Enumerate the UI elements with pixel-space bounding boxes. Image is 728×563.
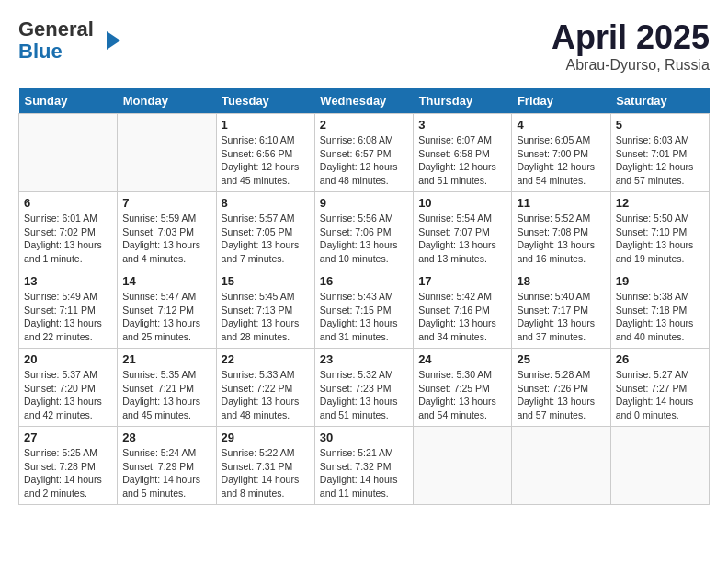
- week-row-2: 6Sunrise: 6:01 AM Sunset: 7:02 PM Daylig…: [19, 192, 710, 270]
- main-title: April 2025: [552, 18, 710, 57]
- calendar-cell: 24Sunrise: 5:30 AM Sunset: 7:25 PM Dayli…: [414, 349, 512, 427]
- day-number: 2: [320, 118, 408, 132]
- day-number: 14: [122, 274, 210, 288]
- calendar-cell: 7Sunrise: 5:59 AM Sunset: 7:03 PM Daylig…: [118, 192, 216, 270]
- calendar-cell: 29Sunrise: 5:22 AM Sunset: 7:31 PM Dayli…: [216, 427, 314, 505]
- calendar-cell: 22Sunrise: 5:33 AM Sunset: 7:22 PM Dayli…: [216, 349, 314, 427]
- day-number: 1: [222, 118, 310, 132]
- calendar-cell: [512, 427, 610, 505]
- calendar-cell: 20Sunrise: 5:37 AM Sunset: 7:20 PM Dayli…: [19, 349, 118, 427]
- day-number: 9: [320, 196, 408, 210]
- weekday-header-friday: Friday: [512, 88, 610, 114]
- calendar-cell: 12Sunrise: 5:50 AM Sunset: 7:10 PM Dayli…: [610, 192, 709, 270]
- calendar-cell: 3Sunrise: 6:07 AM Sunset: 6:58 PM Daylig…: [414, 114, 512, 192]
- day-number: 23: [320, 352, 408, 366]
- day-info: Sunrise: 5:59 AM Sunset: 7:03 PM Dayligh…: [122, 212, 210, 266]
- calendar-cell: 17Sunrise: 5:42 AM Sunset: 7:16 PM Dayli…: [414, 270, 512, 349]
- svg-marker-0: [107, 31, 120, 50]
- week-row-3: 13Sunrise: 5:49 AM Sunset: 7:11 PM Dayli…: [19, 270, 710, 349]
- week-row-5: 27Sunrise: 5:25 AM Sunset: 7:28 PM Dayli…: [19, 427, 710, 505]
- calendar-cell: 11Sunrise: 5:52 AM Sunset: 7:08 PM Dayli…: [512, 192, 610, 270]
- page-header: General Blue April 2025 Abrau-Dyurso, Ru…: [18, 18, 710, 74]
- calendar-cell: 13Sunrise: 5:49 AM Sunset: 7:11 PM Dayli…: [19, 270, 118, 349]
- calendar-cell: 10Sunrise: 5:54 AM Sunset: 7:07 PM Dayli…: [414, 192, 512, 270]
- logo-general: General: [18, 18, 94, 40]
- calendar-cell: 15Sunrise: 5:45 AM Sunset: 7:13 PM Dayli…: [216, 270, 314, 349]
- day-number: 10: [418, 196, 506, 210]
- day-info: Sunrise: 5:35 AM Sunset: 7:21 PM Dayligh…: [122, 368, 210, 422]
- day-info: Sunrise: 5:28 AM Sunset: 7:26 PM Dayligh…: [517, 368, 605, 422]
- day-info: Sunrise: 5:22 AM Sunset: 7:31 PM Dayligh…: [222, 446, 310, 500]
- calendar-cell: 6Sunrise: 6:01 AM Sunset: 7:02 PM Daylig…: [19, 192, 118, 270]
- logo: General Blue: [18, 18, 125, 63]
- day-info: Sunrise: 5:43 AM Sunset: 7:15 PM Dayligh…: [320, 290, 408, 344]
- calendar-cell: 19Sunrise: 5:38 AM Sunset: 7:18 PM Dayli…: [610, 270, 709, 349]
- day-info: Sunrise: 6:03 AM Sunset: 7:01 PM Dayligh…: [616, 133, 704, 188]
- title-block: April 2025 Abrau-Dyurso, Russia: [552, 18, 710, 74]
- day-info: Sunrise: 5:56 AM Sunset: 7:06 PM Dayligh…: [320, 212, 408, 266]
- calendar-cell: [19, 114, 118, 192]
- day-info: Sunrise: 5:52 AM Sunset: 7:08 PM Dayligh…: [517, 212, 605, 266]
- day-number: 5: [616, 118, 704, 132]
- day-number: 30: [320, 431, 408, 444]
- day-number: 3: [418, 118, 506, 132]
- calendar-cell: 16Sunrise: 5:43 AM Sunset: 7:15 PM Dayli…: [314, 270, 413, 349]
- day-number: 19: [616, 274, 704, 288]
- subtitle: Abrau-Dyurso, Russia: [552, 57, 710, 74]
- day-info: Sunrise: 6:08 AM Sunset: 6:57 PM Dayligh…: [320, 133, 408, 188]
- week-row-4: 20Sunrise: 5:37 AM Sunset: 7:20 PM Dayli…: [19, 349, 710, 427]
- week-row-1: 1Sunrise: 6:10 AM Sunset: 6:56 PM Daylig…: [19, 114, 710, 192]
- day-number: 4: [517, 118, 605, 132]
- day-info: Sunrise: 5:40 AM Sunset: 7:17 PM Dayligh…: [517, 290, 605, 344]
- calendar-table: SundayMondayTuesdayWednesdayThursdayFrid…: [18, 88, 710, 505]
- day-info: Sunrise: 5:24 AM Sunset: 7:29 PM Dayligh…: [122, 446, 210, 500]
- day-info: Sunrise: 6:05 AM Sunset: 7:00 PM Dayligh…: [517, 133, 605, 188]
- calendar-cell: [118, 114, 216, 192]
- day-info: Sunrise: 5:27 AM Sunset: 7:27 PM Dayligh…: [616, 368, 704, 422]
- logo-text: General Blue: [18, 18, 94, 63]
- weekday-header-sunday: Sunday: [19, 88, 118, 114]
- weekday-header-saturday: Saturday: [610, 88, 709, 114]
- day-info: Sunrise: 5:45 AM Sunset: 7:13 PM Dayligh…: [222, 290, 310, 344]
- calendar-cell: 4Sunrise: 6:05 AM Sunset: 7:00 PM Daylig…: [512, 114, 610, 192]
- calendar-cell: 2Sunrise: 6:08 AM Sunset: 6:57 PM Daylig…: [314, 114, 413, 192]
- day-number: 20: [24, 352, 112, 366]
- weekday-header-monday: Monday: [118, 88, 216, 114]
- weekday-header-thursday: Thursday: [414, 88, 512, 114]
- logo-icon: [97, 27, 125, 54]
- calendar-cell: 5Sunrise: 6:03 AM Sunset: 7:01 PM Daylig…: [610, 114, 709, 192]
- day-info: Sunrise: 5:47 AM Sunset: 7:12 PM Dayligh…: [122, 290, 210, 344]
- day-number: 8: [222, 196, 310, 210]
- day-number: 27: [24, 431, 112, 444]
- day-number: 22: [222, 352, 310, 366]
- calendar-cell: 27Sunrise: 5:25 AM Sunset: 7:28 PM Dayli…: [19, 427, 118, 505]
- calendar-cell: 21Sunrise: 5:35 AM Sunset: 7:21 PM Dayli…: [118, 349, 216, 427]
- day-number: 6: [24, 196, 112, 210]
- day-info: Sunrise: 5:50 AM Sunset: 7:10 PM Dayligh…: [616, 212, 704, 266]
- calendar-cell: 9Sunrise: 5:56 AM Sunset: 7:06 PM Daylig…: [314, 192, 413, 270]
- day-number: 24: [418, 352, 506, 366]
- day-number: 7: [122, 196, 210, 210]
- day-number: 13: [24, 274, 112, 288]
- day-number: 28: [122, 431, 210, 444]
- day-info: Sunrise: 5:49 AM Sunset: 7:11 PM Dayligh…: [24, 290, 112, 344]
- day-info: Sunrise: 5:57 AM Sunset: 7:05 PM Dayligh…: [222, 212, 310, 266]
- day-number: 11: [517, 196, 605, 210]
- day-info: Sunrise: 6:10 AM Sunset: 6:56 PM Dayligh…: [222, 133, 310, 188]
- day-info: Sunrise: 5:21 AM Sunset: 7:32 PM Dayligh…: [320, 446, 408, 500]
- weekday-header-tuesday: Tuesday: [216, 88, 314, 114]
- day-number: 29: [222, 431, 310, 444]
- calendar-cell: [414, 427, 512, 505]
- day-info: Sunrise: 5:30 AM Sunset: 7:25 PM Dayligh…: [418, 368, 506, 422]
- calendar-cell: [610, 427, 709, 505]
- day-number: 16: [320, 274, 408, 288]
- weekday-header-row: SundayMondayTuesdayWednesdayThursdayFrid…: [19, 88, 710, 114]
- day-info: Sunrise: 5:54 AM Sunset: 7:07 PM Dayligh…: [418, 212, 506, 266]
- calendar-cell: 8Sunrise: 5:57 AM Sunset: 7:05 PM Daylig…: [216, 192, 314, 270]
- day-info: Sunrise: 5:37 AM Sunset: 7:20 PM Dayligh…: [24, 368, 112, 422]
- calendar-cell: 18Sunrise: 5:40 AM Sunset: 7:17 PM Dayli…: [512, 270, 610, 349]
- day-info: Sunrise: 5:32 AM Sunset: 7:23 PM Dayligh…: [320, 368, 408, 422]
- calendar-cell: 1Sunrise: 6:10 AM Sunset: 6:56 PM Daylig…: [216, 114, 314, 192]
- day-info: Sunrise: 5:25 AM Sunset: 7:28 PM Dayligh…: [24, 446, 112, 500]
- day-number: 17: [418, 274, 506, 288]
